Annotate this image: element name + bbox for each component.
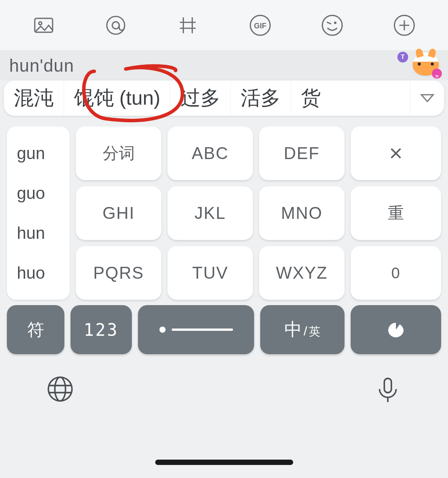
key-mno[interactable]: MNO [259,186,345,240]
space-key[interactable] [138,305,254,354]
expand-candidates-button[interactable] [410,80,444,116]
pinyin-row: hun'dun T „ [0,51,448,80]
key-zero[interactable]: 0 [351,246,441,300]
key-segment[interactable]: 分词 [76,126,161,180]
candidate[interactable]: 活多 [230,80,290,116]
syllable-option[interactable]: huo [17,263,45,283]
candidate[interactable]: 馄饨 (tun) [64,80,170,116]
lang-primary: 中 [284,318,302,342]
candidate-bar: 混沌 馄饨 (tun) 过多 活多 货 [4,80,444,116]
key-reinput[interactable]: 重 [351,186,441,240]
system-footer [0,361,448,445]
key-jkl[interactable]: JKL [167,186,253,240]
svg-point-2 [107,16,125,34]
globe-icon[interactable] [46,375,74,405]
emoji-icon[interactable] [319,12,346,39]
svg-point-9 [48,377,72,401]
image-icon[interactable] [30,12,57,39]
pinyin-preedit: hun'dun [9,55,74,76]
numbers-key[interactable]: 123 [71,305,132,354]
mascot-badge-right: „ [432,69,442,79]
mic-icon[interactable] [374,375,402,405]
syllable-option[interactable]: gun [17,144,45,163]
gif-icon[interactable]: GIF [247,12,274,39]
candidate[interactable]: 混沌 [4,80,64,116]
svg-point-7 [334,21,336,24]
keyboard-bottom-row: 符 123 中 / 英 [0,305,448,361]
t9-keypad: gun guo hun huo 分词 ABC DEF GHI JKL MNO 重… [0,116,448,305]
lang-secondary: 英 [309,324,320,340]
home-indicator[interactable] [155,460,293,465]
language-toggle-key[interactable]: 中 / 英 [260,305,345,354]
key-def[interactable]: DEF [259,126,345,180]
key-ghi[interactable]: GHI [76,186,161,240]
lang-separator: / [304,324,307,338]
svg-point-10 [55,377,66,401]
syllable-option[interactable]: hun [17,223,45,243]
svg-point-3 [112,21,119,28]
keyboard-mascot[interactable]: T „ [404,54,439,77]
svg-rect-11 [384,378,392,393]
syllable-option[interactable]: guo [17,184,45,203]
symbols-key[interactable]: 符 [7,305,64,354]
at-icon[interactable] [102,12,129,39]
enter-key[interactable] [351,305,441,354]
hash-icon[interactable] [174,12,201,39]
plus-icon[interactable] [391,12,418,39]
key-wxyz[interactable]: WXYZ [259,246,345,300]
svg-point-6 [322,15,342,35]
candidate[interactable]: 货 [290,80,331,116]
input-toolbar: GIF [0,0,448,51]
key-pqrs[interactable]: PQRS [76,246,161,300]
svg-point-1 [39,21,42,25]
syllable-sidebar[interactable]: gun guo hun huo [7,126,70,300]
svg-text:GIF: GIF [254,21,266,30]
key-delete[interactable] [351,126,441,180]
key-tuv[interactable]: TUV [167,246,253,300]
candidate[interactable]: 过多 [170,80,230,116]
key-abc[interactable]: ABC [167,126,253,180]
mascot-badge-left: T [397,52,408,62]
